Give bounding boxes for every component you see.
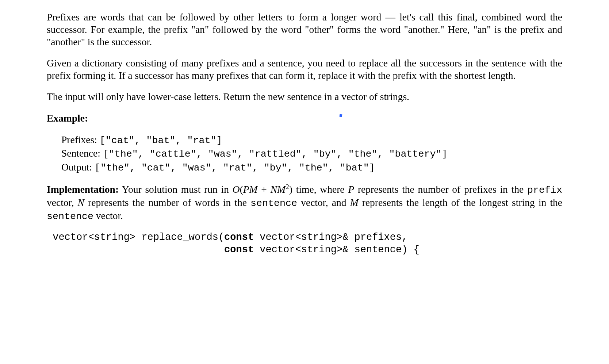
example-label: Example:: [47, 112, 88, 124]
document-page: Prefixes are words that can be followed …: [0, 0, 609, 256]
bigO-open-paren: (: [240, 184, 243, 195]
code-prefix: prefix: [527, 185, 562, 196]
code-block: vector<string> replace_words(const vecto…: [47, 231, 562, 256]
impl-text-6: vector, and: [297, 197, 350, 208]
bigO-P: P: [243, 184, 249, 195]
cursor-caret-icon: [340, 114, 342, 117]
paragraph-task: Given a dictionary consisting of many pr…: [47, 57, 562, 82]
bigO-close-paren: ): [289, 184, 292, 195]
bigO-plus: +: [258, 184, 271, 195]
example-heading: Example:: [47, 112, 562, 124]
bigO-M1: M: [249, 184, 258, 195]
code-line-2a: [47, 244, 224, 255]
impl-text-3: represents the number of prefixes in the: [354, 184, 527, 195]
bigO-O: O: [233, 184, 240, 195]
code-keyword-const-1: const: [224, 232, 254, 243]
example-sentence: Sentence: ["the", "cattle", "was", "ratt…: [61, 147, 562, 161]
code-line-1: vector<string> replace_words(const vecto…: [47, 231, 562, 244]
impl-text-1: Your solution must run in: [119, 184, 233, 195]
paragraph-constraints: The input will only have lower-case lett…: [47, 91, 562, 103]
bigO-N: N: [271, 184, 277, 195]
example-prefixes-label: Prefixes:: [61, 134, 100, 145]
bigO-M2: M: [277, 184, 286, 195]
example-sentence-label: Sentence:: [61, 147, 103, 159]
var-M: M: [350, 197, 359, 208]
code-line-1c: vector<string>& prefixes,: [254, 232, 407, 243]
impl-text-8: vector.: [93, 210, 123, 221]
example-prefixes-value: ["cat", "bat", "rat"]: [100, 135, 222, 146]
impl-text-5: represents the number of words in the: [84, 197, 250, 208]
bigO-exponent: 2: [286, 183, 289, 191]
code-line-2: const vector<string>& sentence) {: [47, 244, 562, 256]
example-sentence-value: ["the", "cattle", "was", "rattled", "by"…: [103, 149, 448, 160]
impl-text-2: time, where: [292, 184, 348, 195]
code-keyword-const-2: const: [224, 244, 254, 255]
example-block: Prefixes: ["cat", "bat", "rat"] Sentence…: [47, 133, 562, 175]
code-line-2c: vector<string>& sentence) {: [254, 244, 420, 255]
paragraph-implementation: Implementation: Your solution must run i…: [47, 183, 562, 223]
code-line-1a: vector<string> replace_words(: [47, 232, 224, 243]
example-output-label: Output:: [61, 161, 95, 173]
example-prefixes: Prefixes: ["cat", "bat", "rat"]: [61, 133, 562, 147]
paragraph-intro: Prefixes are words that can be followed …: [47, 11, 562, 48]
code-sentence-2: sentence: [47, 211, 93, 222]
code-sentence: sentence: [250, 198, 297, 209]
impl-text-4: vector,: [47, 197, 78, 208]
example-output: Output: ["the", "cat", "was", "rat", "by…: [61, 161, 562, 175]
implementation-label: Implementation:: [47, 184, 119, 195]
impl-text-7: represents the length of the longest str…: [359, 197, 562, 208]
var-N: N: [78, 197, 84, 208]
example-output-value: ["the", "cat", "was", "rat", "by", "the"…: [95, 162, 375, 173]
var-P: P: [348, 184, 354, 195]
